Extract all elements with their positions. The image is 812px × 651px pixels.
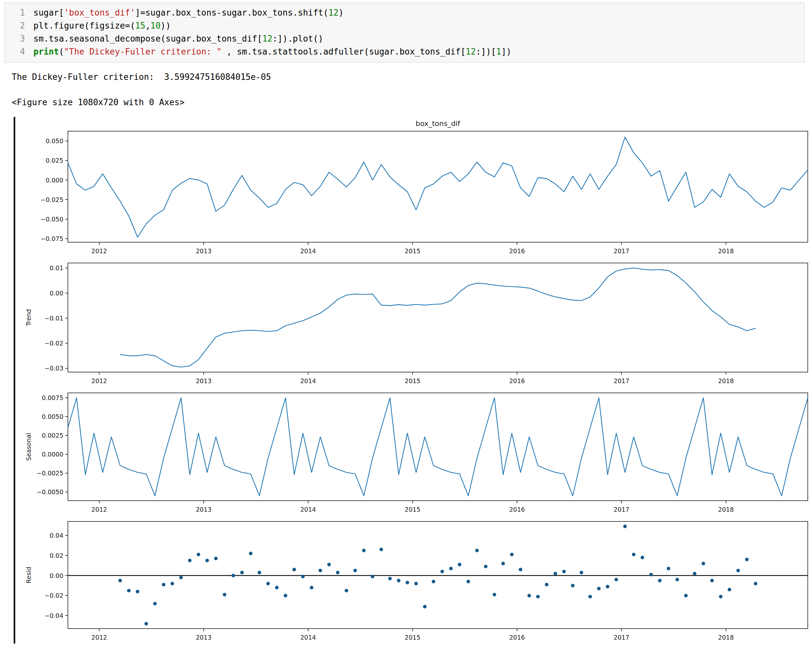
svg-text:2013: 2013 [196,506,211,513]
svg-text:0.0050: 0.0050 [42,413,63,420]
svg-text:2014: 2014 [301,377,316,384]
svg-text:0.000: 0.000 [46,177,63,184]
svg-text:2016: 2016 [509,506,525,513]
svg-text:2016: 2016 [509,634,525,641]
svg-text:−0.03: −0.03 [44,364,63,372]
svg-text:2018: 2018 [718,506,734,513]
svg-text:2012: 2012 [91,506,107,513]
subplot-trend: 0.010.00−0.01−0.02−0.0320122013201420152… [19,259,812,387]
svg-text:0.0075: 0.0075 [42,394,63,401]
svg-text:0.00: 0.00 [50,290,63,297]
svg-text:2015: 2015 [405,247,420,255]
svg-text:box_tons_dif: box_tons_dif [415,119,460,128]
svg-text:0.00: 0.00 [50,572,63,579]
code-cell[interactable]: 1sugar['box_tons_dif']=sugar.box_tons-su… [5,3,804,63]
svg-text:2017: 2017 [614,247,629,255]
svg-text:0.0000: 0.0000 [42,451,63,458]
line-number: 1 [5,6,34,19]
figure-panels: 0.0500.0250.000−0.025−0.050−0.0752012201… [19,117,810,643]
subplot-observed: 0.0500.0250.000−0.025−0.050−0.0752012201… [19,117,812,257]
svg-text:2014: 2014 [301,506,316,513]
svg-text:0.025: 0.025 [46,157,63,164]
code-text: sugar['box_tons_dif']=sugar.box_tons-sug… [34,6,804,19]
notebook-page: 1sugar['box_tons_dif']=sugar.box_tons-su… [0,0,812,643]
svg-text:−0.050: −0.050 [41,216,63,223]
svg-text:2015: 2015 [405,377,420,384]
code-text: plt.figure(figsize=(15,10)) [34,19,804,32]
code-line[interactable]: 1sugar['box_tons_dif']=sugar.box_tons-su… [5,6,804,19]
svg-text:−0.01: −0.01 [44,315,63,322]
code-text: sm.tsa.seasonal_decompose(sugar.box_tons… [34,32,804,45]
svg-text:−0.0050: −0.0050 [37,488,63,495]
code-line[interactable]: 4print("The Dickey-Fuller criterion: " ,… [5,45,804,58]
svg-text:0.01: 0.01 [50,264,63,271]
svg-text:2015: 2015 [405,634,420,641]
svg-text:2014: 2014 [301,634,316,641]
svg-text:2017: 2017 [614,377,629,384]
code-line[interactable]: 3sm.tsa.seasonal_decompose(sugar.box_ton… [5,32,804,45]
stdout-dickey-fuller: The Dickey-Fuller criterion: 3.599247516… [12,72,810,82]
svg-text:2013: 2013 [196,247,211,255]
svg-text:2016: 2016 [509,377,525,384]
svg-text:−0.075: −0.075 [41,235,63,242]
stdout-figure-note: <Figure size 1080x720 with 0 Axes> [12,98,810,107]
svg-text:2014: 2014 [301,247,316,255]
svg-text:0.0025: 0.0025 [42,432,63,439]
svg-text:Seasonal: Seasonal [25,433,32,461]
line-number: 3 [5,32,34,45]
svg-text:−0.025: −0.025 [41,196,63,203]
svg-text:2015: 2015 [405,506,420,513]
svg-text:2018: 2018 [718,377,734,384]
svg-text:2016: 2016 [509,247,525,255]
subplot-resid: 0.040.020.00−0.02−0.04201220132014201520… [19,518,812,643]
svg-text:0.050: 0.050 [46,137,63,145]
code-lines: 1sugar['box_tons_dif']=sugar.box_tons-su… [5,6,804,58]
svg-text:0.02: 0.02 [50,552,63,559]
svg-text:Trend: Trend [25,309,32,326]
line-number: 2 [5,19,34,32]
svg-text:Resid: Resid [25,567,32,583]
seasonal-decomposition-figure: 0.0500.0250.000−0.025−0.050−0.0752012201… [14,117,810,643]
svg-text:−0.02: −0.02 [44,592,63,599]
svg-text:−0.0025: −0.0025 [37,470,63,477]
line-number: 4 [5,45,34,58]
svg-text:2013: 2013 [196,634,211,641]
svg-text:2017: 2017 [614,506,629,513]
code-text: print("The Dickey-Fuller criterion: " , … [34,45,804,58]
svg-text:−0.04: −0.04 [44,612,63,619]
svg-text:−0.02: −0.02 [44,340,63,347]
svg-text:2017: 2017 [614,634,629,641]
svg-text:2018: 2018 [718,634,734,641]
code-line[interactable]: 2plt.figure(figsize=(15,10)) [5,19,804,32]
svg-text:0.04: 0.04 [50,532,63,539]
svg-text:2013: 2013 [196,377,211,384]
svg-text:2012: 2012 [91,634,107,641]
subplot-seasonal: 0.00750.00500.00250.0000−0.0025−0.005020… [19,389,812,515]
svg-text:2012: 2012 [91,377,107,384]
svg-text:2012: 2012 [91,247,107,255]
svg-text:2018: 2018 [718,247,734,255]
